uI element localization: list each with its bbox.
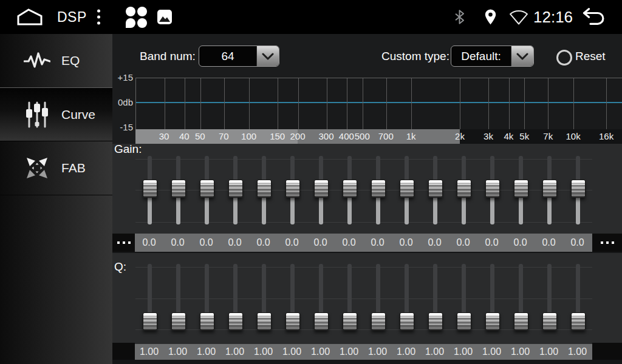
gain-slider-11[interactable] <box>421 156 449 224</box>
gain-slider-13[interactable] <box>478 156 507 224</box>
q-slider-4[interactable] <box>221 264 250 331</box>
gain-value-3: 0.0 <box>192 234 220 252</box>
gallery-icon[interactable] <box>157 10 172 24</box>
gain-value-7: 0.0 <box>306 234 335 252</box>
gain-slider-10[interactable] <box>392 156 421 224</box>
q-slider-1[interactable] <box>135 264 164 331</box>
bluetooth-icon <box>454 10 465 25</box>
q-slider-14[interactable] <box>507 264 535 331</box>
slider-thumb[interactable] <box>400 312 414 331</box>
q-slider-9[interactable] <box>364 264 392 331</box>
q-slider-3[interactable] <box>193 264 221 331</box>
back-icon[interactable] <box>578 8 606 26</box>
slider-thumb[interactable] <box>257 312 272 331</box>
band-num-select[interactable]: 64 <box>199 46 279 67</box>
frequency-tick-label: 70 <box>219 129 229 144</box>
sidebar-item-curve[interactable]: Curve <box>0 87 112 141</box>
gain-slider-6[interactable] <box>278 156 307 224</box>
q-slider-16[interactable] <box>564 264 592 331</box>
chevron-down-icon[interactable] <box>256 46 279 66</box>
gain-slider-14[interactable] <box>507 156 535 224</box>
gain-slider-2[interactable] <box>164 156 193 224</box>
gridline <box>548 78 549 129</box>
gain-slider-16[interactable] <box>564 156 592 224</box>
gain-slider-7[interactable] <box>307 156 335 224</box>
slider-thumb[interactable] <box>571 312 586 331</box>
q-slider-6[interactable] <box>278 264 307 331</box>
apps-clover-icon[interactable] <box>126 6 148 28</box>
slider-thumb[interactable] <box>228 180 243 198</box>
slider-thumb[interactable] <box>343 180 357 198</box>
gain-slider-12[interactable] <box>449 156 478 224</box>
slider-thumb[interactable] <box>371 312 386 331</box>
frequency-tick-label: 200 <box>290 129 305 144</box>
slider-thumb[interactable] <box>314 180 329 198</box>
gridline <box>509 78 510 129</box>
location-icon <box>484 9 497 25</box>
gain-slider-15[interactable] <box>535 156 564 224</box>
gain-slider-1[interactable] <box>135 156 164 224</box>
slider-thumb[interactable] <box>457 312 471 331</box>
reset-radio[interactable] <box>556 50 572 66</box>
q-slider-10[interactable] <box>392 264 421 331</box>
gain-slider-5[interactable] <box>250 156 278 224</box>
gain-slider-9[interactable] <box>364 156 392 224</box>
slider-thumb[interactable] <box>571 180 586 198</box>
q-slider-15[interactable] <box>535 264 564 331</box>
gain-slider-8[interactable] <box>335 156 364 224</box>
slider-thumb[interactable] <box>143 312 157 331</box>
slider-thumb[interactable] <box>314 312 329 331</box>
custom-type-select[interactable]: Default: <box>451 46 534 67</box>
slider-thumb[interactable] <box>457 180 471 198</box>
gain-slider-4[interactable] <box>221 156 250 224</box>
sidebar-item-eq[interactable]: EQ <box>0 34 112 88</box>
q-slider-12[interactable] <box>449 264 478 331</box>
sidebar-item-label: FAB <box>61 161 86 175</box>
q-value-8: 1.00 <box>335 344 363 360</box>
slider-thumb[interactable] <box>171 180 186 198</box>
home-icon[interactable] <box>16 8 43 26</box>
slider-thumb[interactable] <box>485 180 500 198</box>
gain-value-11: 0.0 <box>420 234 449 252</box>
gain-value-13: 0.0 <box>477 234 506 252</box>
curve-panel: Band num: 64 Custom type: Default: Reset… <box>112 34 622 364</box>
sidebar-item-fab[interactable]: FAB <box>0 141 112 195</box>
frequency-tick-label: 7k <box>543 129 553 144</box>
q-slider-11[interactable] <box>421 264 449 331</box>
slider-thumb[interactable] <box>428 180 443 198</box>
slider-thumb[interactable] <box>285 312 300 331</box>
slider-thumb[interactable] <box>200 312 214 331</box>
slider-thumb[interactable] <box>228 312 243 331</box>
q-slider-7[interactable] <box>307 264 335 331</box>
slider-thumb[interactable] <box>400 180 414 198</box>
slider-thumb[interactable] <box>343 312 357 331</box>
slider-thumb[interactable] <box>428 312 443 331</box>
q-slider-5[interactable] <box>250 264 278 331</box>
slider-thumb[interactable] <box>514 180 528 198</box>
slider-thumb[interactable] <box>514 312 528 331</box>
q-slider-13[interactable] <box>478 264 507 331</box>
gain-more-left-button[interactable] <box>112 234 135 252</box>
gain-more-right-button[interactable] <box>592 234 622 252</box>
gridline <box>165 78 165 129</box>
slider-thumb[interactable] <box>371 180 386 198</box>
frequency-tick-label: 300 <box>319 129 334 144</box>
chevron-down-icon[interactable] <box>511 46 533 66</box>
slider-thumb[interactable] <box>257 180 272 198</box>
slider-thumb[interactable] <box>485 312 500 331</box>
slider-thumb[interactable] <box>143 180 157 198</box>
slider-thumb[interactable] <box>542 312 557 331</box>
q-slider-8[interactable] <box>335 264 364 331</box>
gain-value-8: 0.0 <box>335 234 363 252</box>
gain-slider-3[interactable] <box>193 156 221 224</box>
slider-thumb[interactable] <box>171 312 186 331</box>
q-value-1: 1.00 <box>135 344 163 360</box>
q-value-10: 1.00 <box>392 344 420 360</box>
slider-thumb[interactable] <box>200 180 214 198</box>
q-value-5: 1.00 <box>249 344 278 360</box>
slider-thumb[interactable] <box>285 180 300 198</box>
overflow-menu-icon[interactable] <box>97 10 100 25</box>
q-slider-2[interactable] <box>164 264 193 331</box>
slider-thumb[interactable] <box>542 180 557 198</box>
frequency-tick-label: 10k <box>566 129 581 144</box>
